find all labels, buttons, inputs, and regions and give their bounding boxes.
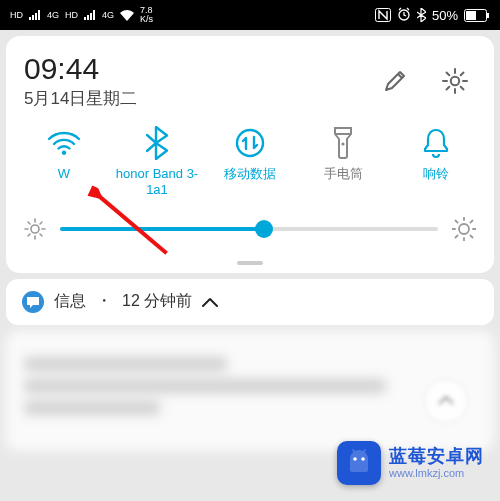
blurred-content: [6, 331, 494, 451]
status-bar: HD 4G HD 4G 7.8 K/s 50%: [0, 0, 500, 30]
net-type-1: 4G: [47, 10, 59, 20]
hd-badge-2: HD: [65, 10, 78, 20]
watermark-logo-icon: [337, 441, 381, 485]
wifi-icon: [47, 126, 81, 160]
message-app-icon: [22, 291, 44, 313]
edit-button[interactable]: [374, 60, 416, 102]
network-speed: 7.8 K/s: [140, 6, 153, 24]
hd-badge-1: HD: [10, 10, 23, 20]
watermark-title: 蓝莓安卓网: [389, 446, 484, 467]
mobile-data-icon: [233, 126, 267, 160]
watermark-text: 蓝莓安卓网 www.lmkzj.com: [389, 446, 484, 479]
status-right: 50%: [375, 7, 490, 24]
qs-flashlight-label: 手电筒: [324, 166, 363, 198]
qs-mobile-data[interactable]: 移动数据: [208, 126, 292, 199]
signal-icon-1: [29, 10, 41, 20]
battery-percent: 50%: [432, 8, 458, 23]
quick-settings-row: W honor Band 3-1a1 移动数据 手电筒 响铃: [20, 120, 480, 203]
drag-handle-icon: [237, 261, 263, 265]
qs-mobile-data-label: 移动数据: [224, 166, 276, 198]
alarm-icon: [397, 7, 411, 24]
svg-point-5: [451, 77, 459, 85]
qs-bluetooth-label: honor Band 3-1a1: [115, 166, 199, 199]
bluetooth-status-icon: [417, 8, 426, 22]
notification-card[interactable]: 信息 ・ 12 分钟前: [6, 279, 494, 325]
pencil-icon: [381, 67, 409, 95]
qs-bluetooth[interactable]: honor Band 3-1a1: [115, 126, 199, 199]
brightness-high-icon: [452, 217, 476, 241]
watermark: 蓝莓安卓网 www.lmkzj.com: [331, 435, 490, 491]
clock-date: 5月14日星期二: [24, 87, 137, 110]
bluetooth-icon: [140, 126, 174, 160]
settings-button[interactable]: [434, 60, 476, 102]
battery-icon: [464, 9, 490, 22]
svg-point-9: [459, 224, 469, 234]
svg-point-11: [353, 457, 357, 461]
bell-icon: [419, 126, 453, 160]
svg-point-7: [341, 142, 344, 145]
brightness-fill: [60, 227, 264, 231]
flashlight-icon: [326, 126, 360, 160]
gear-icon: [440, 66, 470, 96]
qs-wifi-label: W: [58, 166, 70, 198]
time-block[interactable]: 09:44 5月14日星期二: [24, 52, 137, 110]
nfc-icon: [375, 8, 391, 22]
notification-separator: ・: [96, 291, 112, 312]
chevron-up-icon[interactable]: [202, 291, 218, 312]
svg-point-12: [361, 457, 365, 461]
svg-point-8: [31, 225, 39, 233]
panel-header: 09:44 5月14日星期二: [20, 46, 480, 120]
panel-handle-row[interactable]: [20, 257, 480, 273]
signal-icon-2: [84, 10, 96, 20]
floating-button[interactable]: [424, 379, 468, 423]
watermark-url: www.lmkzj.com: [389, 467, 484, 480]
qs-ringer[interactable]: 响铃: [394, 126, 478, 199]
net-type-2: 4G: [102, 10, 114, 20]
brightness-low-icon: [24, 218, 46, 240]
wifi-status-icon: [120, 10, 134, 21]
svg-rect-4: [487, 13, 489, 18]
quick-settings-panel: 09:44 5月14日星期二 W honor Band 3-1a1: [6, 36, 494, 273]
notification-app-name: 信息: [54, 291, 86, 312]
clock-time: 09:44: [24, 52, 137, 85]
status-left: HD 4G HD 4G 7.8 K/s: [10, 6, 153, 24]
qs-ringer-label: 响铃: [423, 166, 449, 198]
qs-flashlight[interactable]: 手电筒: [301, 126, 385, 199]
svg-rect-3: [466, 11, 476, 20]
brightness-slider[interactable]: [60, 227, 438, 231]
speed-unit: K/s: [140, 15, 153, 24]
qs-wifi[interactable]: W: [22, 126, 106, 199]
notification-age: 12 分钟前: [122, 291, 192, 312]
brightness-thumb[interactable]: [255, 220, 273, 238]
redaction-patch: [18, 196, 102, 218]
svg-point-6: [237, 130, 263, 156]
chevron-up-icon: [437, 392, 455, 410]
